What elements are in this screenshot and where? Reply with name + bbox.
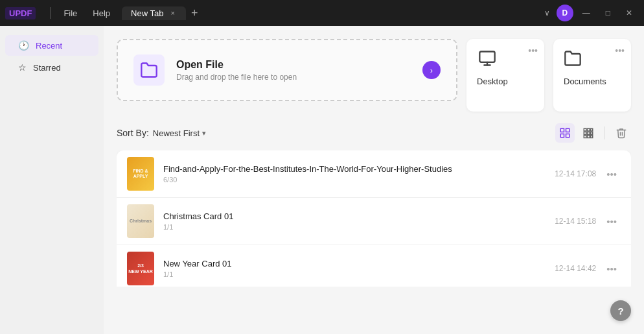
svg-rect-5 xyxy=(560,134,564,137)
file-name: New Year Card 01 xyxy=(163,259,555,268)
file-menu-button[interactable]: ••• xyxy=(603,166,621,182)
tab-bar: New Tab × + xyxy=(122,6,540,20)
grid-view-active-button[interactable] xyxy=(555,123,575,143)
sidebar-item-starred[interactable]: ☆ Starred xyxy=(5,57,98,78)
tab-close-button[interactable]: × xyxy=(168,8,176,18)
close-button[interactable]: ✕ xyxy=(619,6,639,20)
table-row[interactable]: Christmas Christmas Card 01 1/1 12-14 15… xyxy=(117,198,631,245)
svg-rect-13 xyxy=(584,136,586,138)
maximize-button[interactable]: □ xyxy=(599,6,617,20)
open-file-title: Open File xyxy=(176,59,297,71)
svg-rect-15 xyxy=(591,136,593,138)
file-thumbnail: FIND &APPLY xyxy=(127,157,154,191)
file-menu-button[interactable]: ••• xyxy=(603,261,621,277)
file-thumbnail: 2/3NEW YEAR xyxy=(127,252,154,285)
logo-text: UPDF xyxy=(5,7,36,19)
sort-arrow-icon: ▾ xyxy=(202,129,206,137)
svg-rect-6 xyxy=(566,134,569,137)
sidebar-item-recent[interactable]: 🕐 Recent xyxy=(5,35,98,56)
titlebar-controls: ∨ D — □ ✕ xyxy=(540,5,639,21)
file-info: New Year Card 01 1/1 xyxy=(163,259,555,278)
desktop-card[interactable]: ••• Desktop xyxy=(466,39,544,112)
sidebar: 🕐 Recent ☆ Starred xyxy=(0,26,104,334)
app-container: 🕐 Recent ☆ Starred Open File Drag and dr… xyxy=(0,26,644,334)
titlebar: UPDF File Help New Tab × + ∨ D — □ ✕ xyxy=(0,0,644,26)
svg-rect-0 xyxy=(479,52,494,62)
titlebar-menu: File Help xyxy=(57,6,117,21)
svg-rect-11 xyxy=(588,132,590,135)
desktop-icon xyxy=(477,49,534,71)
open-file-subtitle: Drag and drop the file here to open xyxy=(176,73,297,82)
file-thumbnail: Christmas xyxy=(127,204,154,238)
file-date: 12-14 17:08 xyxy=(555,169,596,178)
table-row[interactable]: 2/3NEW YEAR New Year Card 01 1/1 12-14 1… xyxy=(117,245,631,287)
svg-rect-4 xyxy=(566,128,569,132)
file-name: Find-and-Apply-For-the-Best-Institutes-I… xyxy=(163,164,555,174)
sort-bar: Sort By: Newest First ▾ xyxy=(117,123,631,143)
file-info: Christmas Card 01 1/1 xyxy=(163,211,555,231)
top-cards-row: Open File Drag and drop the file here to… xyxy=(117,39,631,112)
titlebar-divider xyxy=(50,7,51,19)
file-date: 12-14 14:42 xyxy=(555,264,596,273)
help-button[interactable]: ? xyxy=(610,300,631,321)
file-pages: 6/30 xyxy=(163,176,555,184)
sidebar-item-label-recent: Recent xyxy=(36,41,62,51)
open-file-text: Open File Drag and drop the file here to… xyxy=(176,59,297,82)
tab-add-button[interactable]: + xyxy=(186,6,203,20)
desktop-menu-icon[interactable]: ••• xyxy=(528,45,538,56)
sidebar-item-label-starred: Starred xyxy=(33,63,61,73)
file-pages: 1/1 xyxy=(163,223,555,231)
chevron-icon[interactable]: ∨ xyxy=(540,6,554,20)
minimize-button[interactable]: — xyxy=(576,6,597,20)
table-row[interactable]: FIND &APPLY Find-and-Apply-For-the-Best-… xyxy=(117,150,631,198)
grid-view-button[interactable] xyxy=(579,123,598,143)
avatar[interactable]: D xyxy=(557,5,573,21)
desktop-label: Desktop xyxy=(477,77,534,86)
svg-rect-12 xyxy=(591,132,593,135)
sort-select[interactable]: Newest First ▾ xyxy=(153,128,206,138)
sort-actions xyxy=(555,123,631,143)
tab-label: New Tab xyxy=(131,8,163,18)
file-name: Christmas Card 01 xyxy=(163,211,555,221)
svg-rect-8 xyxy=(588,128,590,131)
documents-label: Documents xyxy=(564,77,621,86)
menu-file[interactable]: File xyxy=(57,6,84,21)
file-info: Find-and-Apply-For-the-Best-Institutes-I… xyxy=(163,164,555,184)
star-icon: ☆ xyxy=(18,62,27,73)
recent-icon: 🕐 xyxy=(18,40,29,51)
open-file-arrow: › xyxy=(422,61,441,79)
svg-rect-9 xyxy=(591,128,593,131)
file-menu-button[interactable]: ••• xyxy=(603,213,621,230)
file-date: 12-14 15:18 xyxy=(555,217,596,226)
documents-icon xyxy=(564,49,621,71)
file-list: FIND &APPLY Find-and-Apply-For-the-Best-… xyxy=(117,150,631,287)
documents-card[interactable]: ••• Documents xyxy=(553,39,631,112)
app-logo[interactable]: UPDF xyxy=(5,7,36,19)
menu-help[interactable]: Help xyxy=(86,6,117,21)
svg-rect-3 xyxy=(560,128,564,132)
file-list-wrapper: FIND &APPLY Find-and-Apply-For-the-Best-… xyxy=(117,150,631,287)
file-pages: 1/1 xyxy=(163,270,555,278)
svg-rect-14 xyxy=(588,136,590,138)
documents-menu-icon[interactable]: ••• xyxy=(615,45,625,56)
svg-rect-10 xyxy=(584,132,586,135)
main-content: Open File Drag and drop the file here to… xyxy=(104,26,644,334)
sort-divider xyxy=(604,126,605,139)
open-file-card[interactable]: Open File Drag and drop the file here to… xyxy=(117,39,457,101)
sort-selected-value: Newest First xyxy=(153,128,200,138)
delete-button[interactable] xyxy=(612,123,631,143)
svg-rect-7 xyxy=(584,128,586,131)
open-file-icon xyxy=(133,54,165,86)
tab-new[interactable]: New Tab × xyxy=(122,6,186,20)
sort-label: Sort By: xyxy=(117,128,149,138)
